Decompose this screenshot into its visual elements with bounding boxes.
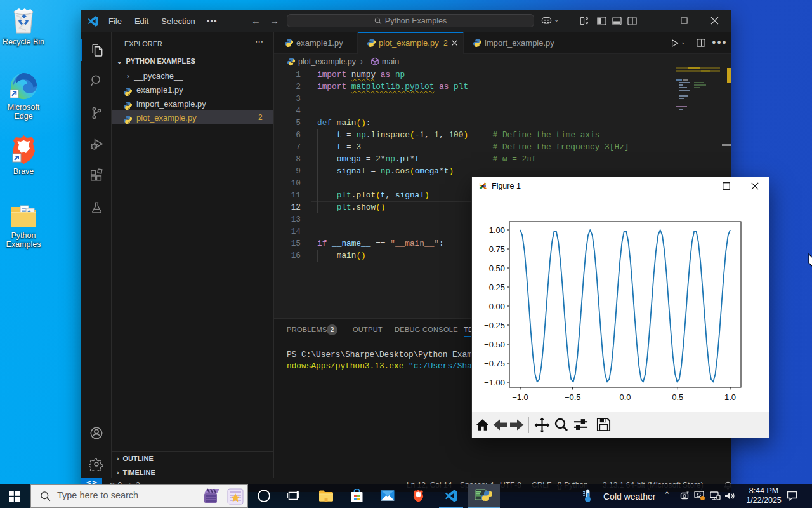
- svg-text:0.0: 0.0: [619, 392, 631, 402]
- svg-text:0.5: 0.5: [672, 392, 683, 402]
- svg-text:−0.75: −0.75: [484, 359, 505, 368]
- svg-text:0.00: 0.00: [489, 302, 505, 311]
- svg-text:−0.5: −0.5: [565, 392, 581, 402]
- svg-text:0.50: 0.50: [489, 264, 505, 273]
- svg-text:−1.00: −1.00: [484, 378, 505, 387]
- svg-text:0.75: 0.75: [489, 244, 505, 254]
- svg-text:−0.50: −0.50: [484, 340, 505, 349]
- svg-text:0.25: 0.25: [489, 283, 505, 292]
- svg-text:−1.0: −1.0: [512, 392, 528, 402]
- svg-text:1.0: 1.0: [724, 392, 736, 402]
- svg-text:1.00: 1.00: [489, 225, 505, 235]
- svg-text:−0.25: −0.25: [484, 321, 505, 330]
